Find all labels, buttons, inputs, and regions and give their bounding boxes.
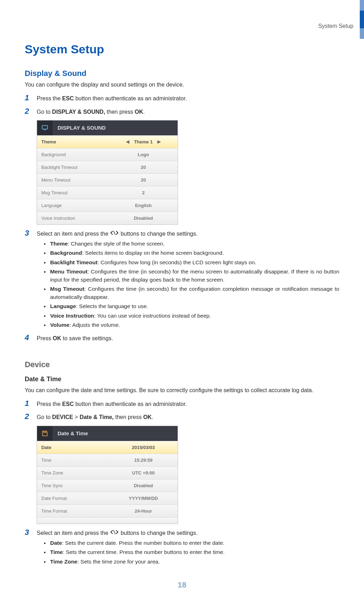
step-3: 3 Select an item and press the buttons t… [25,229,339,238]
value-text: Disabled [134,483,153,488]
list-item: Theme: Changes the style of the home scr… [44,240,339,248]
settings-row[interactable]: Voice InstructionDisabled [37,212,178,224]
step-text: Press the ESC button then authenticate a… [37,94,339,102]
bullet-text: : Sets the time zone for your area. [77,559,160,565]
value-text: UTC +9:00 [132,470,155,476]
row-label: Menu Timeout [41,177,113,183]
t: Go to [37,414,52,420]
settings-row[interactable]: LanguageEnglish [37,199,178,212]
left-right-nav-icon [110,230,119,235]
list-item: Language: Selects the language to use. [44,302,339,310]
row-label: Msg Timeout [41,190,113,195]
value-text: 2015/03/03 [132,445,155,450]
value-text: 24-Hour [135,508,152,514]
bullet-text: : Changes the style of the home screen. [68,241,165,247]
t: OK [143,414,152,420]
step-number: 4 [25,334,37,342]
row-value: 15:29:59 [113,458,173,463]
row-label: Time Zone [41,470,113,476]
settings-row[interactable]: Theme◀Theme 1▶ [37,135,178,148]
row-value: ◀Theme 1▶ [113,139,173,144]
row-label: Voice Instruction [41,216,113,221]
row-value: Logo [113,152,173,157]
row-label: Date Format [41,496,113,501]
display-icon [37,120,53,135]
step-number: 2 [25,412,37,421]
step-1: 1 Press the ESC button then authenticate… [25,399,339,408]
settings-row[interactable]: Backlight Timeout20 [37,161,178,173]
bullet-text: : Configures the time (in seconds) for t… [50,286,339,300]
bullet-term: Theme [50,241,68,247]
settings-row[interactable]: Date2015/03/03 [37,441,178,454]
t: Press the [37,95,62,101]
step-text: Select an item and press the buttons to … [37,528,339,537]
t: buttons to change the settings. [121,530,198,536]
row-value: 20 [113,177,173,183]
value-text: YYYY/MM/DD [129,496,158,501]
list-item: Backlight Timeout: Configures how long (… [44,259,339,266]
save-icon [37,426,53,441]
t: to save the settings. [61,335,113,341]
value-text: 2 [142,190,144,195]
bullet-term: Backlight Timeout [50,259,97,265]
panel-title-bar: Date & Time [37,426,178,441]
settings-row[interactable]: BackgroundLogo [37,148,178,161]
intro-text: You can configure the date and time sett… [25,386,339,394]
row-value: 2015/03/03 [113,445,173,450]
settings-row[interactable]: Menu Timeout20 [37,173,178,186]
settings-row[interactable]: Msg Timeout2 [37,186,178,199]
value-text: 20 [141,177,146,183]
t: . [143,109,144,115]
bullet-text: : Configures the time (in seconds) for t… [50,269,339,282]
svg-rect-3 [44,431,46,432]
row-value: Disabled [113,216,173,221]
intro-text: You can configure the display and sound … [25,81,339,89]
row-value: 24-Hour [113,508,173,514]
arrow-right-icon[interactable]: ▶ [157,139,161,144]
step-1: 1 Press the ESC button then authenticate… [25,94,339,102]
settings-row[interactable]: Time SyncDisabled [37,479,178,492]
row-value: 2 [113,190,173,195]
settings-row[interactable]: Time15:29:59 [37,454,178,466]
t: ESC [62,401,74,407]
row-value: YYYY/MM/DD [113,496,173,501]
row-label: Backlight Timeout [41,165,113,170]
svg-rect-1 [44,130,46,130]
list-item: Menu Timeout: Configures the time (in se… [44,268,339,284]
display-sound-panel: DISPLAY & SOUND Theme◀Theme 1▶Background… [37,120,178,225]
svg-rect-0 [42,125,48,129]
value-text: 20 [141,165,146,170]
bullet-term: Voice Instruction [50,313,94,319]
bullet-term: Time Zone [50,559,77,565]
step-text: Select an item and press the buttons to … [37,229,339,238]
arrow-left-icon[interactable]: ◀ [126,139,129,144]
step-text: Go to DEVICE > Date & Time, then press O… [37,412,339,421]
settings-row[interactable]: Time ZoneUTC +9:00 [37,466,178,479]
page-number: 18 [0,580,364,590]
panel-title-bar: DISPLAY & SOUND [37,120,178,135]
bullet-text: : You can use voice instructions instead… [94,313,211,319]
step-text: Press the ESC button then authenticate a… [37,399,339,408]
bullet-term: Menu Timeout [50,269,88,275]
bullet-term: Time [50,549,63,555]
bullet-list: Theme: Changes the style of the home scr… [44,240,339,329]
settings-row[interactable]: Time Format24-Hour [37,504,178,517]
t: OK [53,335,61,341]
step-3: 3 Select an item and press the buttons t… [25,528,339,537]
t: Press [37,335,53,341]
row-label: Date [41,445,113,450]
row-value: 20 [113,165,173,170]
row-label: Time Sync [41,483,113,488]
t: ESC [62,95,74,101]
step-number: 2 [25,107,37,116]
value-text: Disabled [134,216,153,221]
list-item: Time Zone: Sets the time zone for your a… [44,558,339,566]
bullet-text: : Adjusts the volume. [70,322,120,328]
svg-line-2 [113,231,115,235]
step-number: 3 [25,229,37,237]
step-number: 3 [25,528,37,537]
step-number: 1 [25,399,37,408]
bullet-text: : Selects the language to use. [76,303,148,309]
bullet-term: Date [50,540,62,546]
settings-row[interactable]: Date FormatYYYY/MM/DD [37,492,178,504]
